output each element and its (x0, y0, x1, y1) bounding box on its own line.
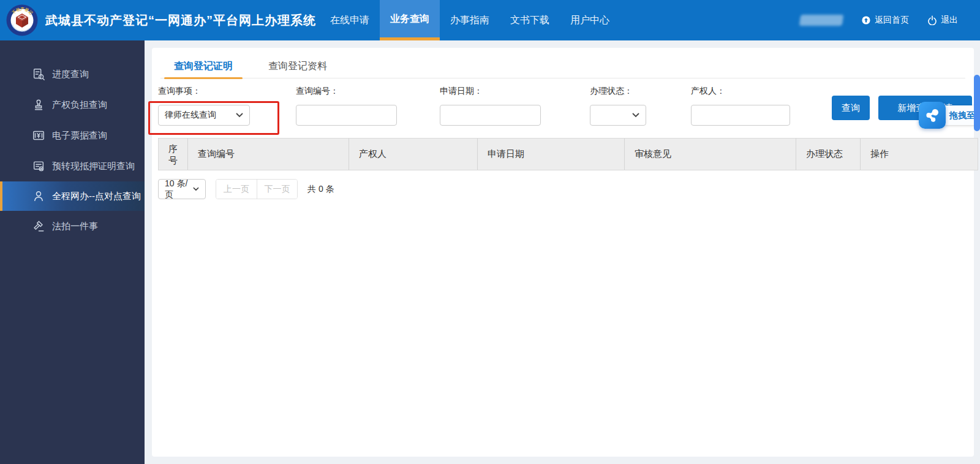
stamp-icon (32, 98, 45, 112)
owner-label: 产权人： (691, 86, 790, 97)
sidebar-item-label: 全程网办--点对点查询 (52, 191, 141, 202)
app-header: 不动产登记 Real Estate Registration 武城县不动产登记“… (0, 0, 980, 40)
sidebar-item-label: 进度查询 (52, 69, 89, 80)
return-home-label: 返回首页 (875, 15, 909, 26)
nav-item-service-guide[interactable]: 办事指南 (440, 0, 500, 40)
sidebar-item-progress-query[interactable]: 进度查询 (0, 59, 145, 89)
person-icon (32, 189, 45, 203)
tab-query-materials[interactable]: 查询登记资料 (258, 55, 337, 78)
query-item-select[interactable]: 律师在线查询 (158, 105, 250, 126)
column-header-status: 办理状态 (796, 139, 860, 170)
nav-item-document-download[interactable]: 文书下载 (500, 0, 560, 40)
sidebar-item-label: 产权负担查询 (52, 99, 107, 111)
status-label: 办理状态： (590, 86, 646, 97)
page-size-select[interactable]: 10 条/页 (158, 179, 206, 199)
header-right: 返回首页 退出 (800, 0, 958, 40)
nav-item-user-center[interactable]: 用户中心 (560, 0, 620, 40)
status-select[interactable] (590, 105, 646, 126)
return-home-icon (861, 15, 871, 25)
column-header-owner: 产权人 (349, 139, 477, 170)
apply-date-label: 申请日期： (440, 86, 541, 97)
content-area: 查询登记证明 查询登记资料 查询事项： 律师在线查询 查询编号： 申请日期： 办… (145, 40, 980, 464)
vertical-scrollbar-thumb[interactable] (974, 75, 980, 131)
sidebar-item-label: 预转现抵押证明查询 (52, 161, 135, 172)
search-button[interactable]: 查询 (832, 96, 870, 120)
e-invoice-icon (32, 129, 45, 142)
tab-query-certificate[interactable]: 查询登记证明 (164, 55, 243, 78)
sidebar-item-encumbrance-query[interactable]: 产权负担查询 (0, 89, 145, 120)
logout-link[interactable]: 退出 (927, 15, 958, 26)
total-count-label: 共 0 条 (307, 184, 334, 195)
content-card: 查询登记证明 查询登记资料 查询事项： 律师在线查询 查询编号： 申请日期： 办… (152, 48, 974, 457)
return-home-link[interactable]: 返回首页 (861, 15, 909, 26)
app-logo-icon: 不动产登记 Real Estate Registration (6, 4, 38, 36)
mortgage-cert-icon (32, 159, 45, 173)
pagination: 10 条/页 上一页 下一页 共 0 条 (158, 179, 334, 199)
sidebar-item-einvoice-query[interactable]: 电子票据查询 (0, 120, 145, 151)
owner-input[interactable] (691, 105, 790, 126)
sidebar-item-judicial-auction[interactable]: 法拍一件事 (0, 211, 145, 242)
nav-item-business-query[interactable]: 业务查询 (380, 0, 440, 40)
filter-owner: 产权人： (691, 86, 790, 126)
main-nav: 在线申请 业务查询 办事指南 文书下载 用户中心 (320, 0, 620, 40)
sidebar-item-mortgage-cert-query[interactable]: 预转现抵押证明查询 (0, 151, 145, 181)
sidebar-item-label: 电子票据查询 (52, 130, 107, 142)
chevron-down-icon (193, 187, 199, 191)
column-header-operation: 操作 (860, 139, 978, 170)
sidebar: 进度查询 产权负担查询 电子票据查询 预转现抵押证明查询 全程网办--点对点查询 (0, 40, 145, 464)
logout-label: 退出 (941, 15, 958, 26)
page-size-value: 10 条/页 (165, 178, 193, 200)
next-page-button[interactable]: 下一页 (257, 180, 297, 199)
column-header-review-opinion: 审核意见 (624, 139, 796, 170)
progress-search-icon (32, 67, 45, 81)
chevron-down-icon (632, 113, 639, 118)
filter-apply-date: 申请日期： (440, 86, 541, 126)
gavel-icon (32, 219, 45, 233)
filter-query-item: 查询事项： 律师在线查询 (158, 86, 250, 126)
results-table-header: 序号 查询编号 产权人 申请日期 审核意见 办理状态 操作 (158, 138, 978, 170)
netdisk-widget[interactable] (919, 102, 946, 129)
nav-item-online-apply[interactable]: 在线申请 (320, 0, 380, 40)
sidebar-item-label: 法拍一件事 (52, 221, 98, 232)
filter-query-number: 查询编号： (296, 86, 397, 126)
app-title: 武城县不动产登记“一网通办”平台网上办理系统 (45, 0, 316, 40)
page-nav-group: 上一页 下一页 (216, 179, 298, 199)
filter-status: 办理状态： (590, 86, 646, 126)
column-header-query-number: 查询编号 (187, 139, 349, 170)
tab-bar: 查询登记证明 查询登记资料 (160, 55, 965, 78)
column-header-seq: 序号 (159, 139, 187, 170)
query-item-label: 查询事项： (158, 86, 250, 97)
power-icon (927, 15, 937, 25)
query-item-value: 律师在线查询 (165, 110, 216, 121)
chevron-down-icon (236, 113, 243, 118)
prev-page-button[interactable]: 上一页 (216, 180, 257, 199)
netdisk-icon (922, 105, 942, 125)
query-number-label: 查询编号： (296, 86, 397, 97)
column-header-apply-date: 申请日期 (477, 139, 624, 170)
apply-date-input[interactable] (440, 105, 541, 126)
sidebar-item-p2p-query[interactable]: 全程网办--点对点查询 (0, 181, 145, 211)
username-blurred (799, 15, 844, 26)
query-number-input[interactable] (296, 105, 397, 126)
